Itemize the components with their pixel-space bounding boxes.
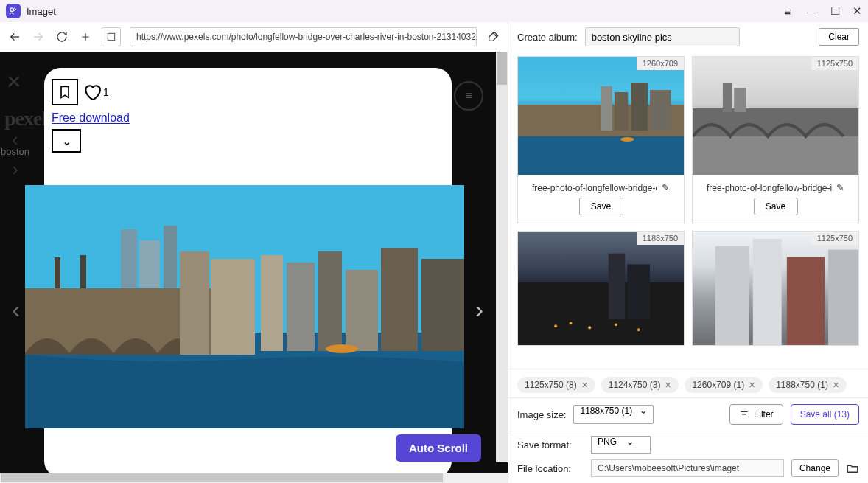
page-menu-icon[interactable]: ≡ bbox=[454, 81, 483, 111]
chip-remove-icon[interactable]: ✕ bbox=[833, 381, 839, 390]
app-logo bbox=[6, 4, 21, 18]
svg-rect-17 bbox=[80, 255, 86, 288]
auto-scroll-button[interactable]: Auto Scroll bbox=[396, 434, 481, 462]
prev-image-icon[interactable]: ‹ bbox=[12, 295, 20, 324]
thumbnail-filename: free-photo-of-longfellow-bridge-ov bbox=[532, 183, 657, 193]
hero-image bbox=[25, 185, 464, 428]
svg-rect-6 bbox=[211, 259, 255, 355]
chip[interactable]: 1188x750 (1)✕ bbox=[769, 377, 847, 393]
like-button[interactable]: 1 bbox=[83, 83, 109, 102]
minimize-button[interactable]: — bbox=[802, 0, 824, 22]
svg-rect-5 bbox=[180, 251, 209, 355]
maximize-button[interactable]: ☐ bbox=[824, 0, 846, 22]
thumbnail-dimensions: 1125x750 bbox=[811, 57, 858, 70]
vertical-scrollbar[interactable] bbox=[496, 52, 508, 462]
svg-rect-14 bbox=[381, 248, 418, 351]
svg-rect-7 bbox=[121, 229, 137, 288]
page-icon[interactable] bbox=[102, 27, 121, 46]
svg-rect-24 bbox=[650, 90, 671, 131]
svg-rect-15 bbox=[421, 259, 464, 351]
chip[interactable]: 1125x750 (8)✕ bbox=[517, 377, 595, 393]
svg-rect-32 bbox=[627, 264, 650, 319]
save-button[interactable]: Save bbox=[579, 198, 623, 215]
image-size-select[interactable]: 1188x750 (1) ⌄ bbox=[573, 405, 654, 424]
album-name-input[interactable] bbox=[585, 27, 740, 46]
svg-point-35 bbox=[588, 326, 591, 329]
thumbnail-filename: free-photo-of-longfellow-bridge-in bbox=[707, 183, 832, 193]
page-viewport[interactable]: pexels ✕ ‹ boston ‹ ≡ › ‹ 1 Free downloa… bbox=[0, 52, 508, 473]
svg-rect-31 bbox=[609, 254, 626, 319]
open-folder-icon[interactable] bbox=[846, 462, 859, 475]
svg-rect-30 bbox=[518, 282, 684, 345]
svg-rect-28 bbox=[723, 83, 732, 112]
svg-rect-8 bbox=[139, 240, 160, 288]
thumbnail-card[interactable]: 1125x750 free-photo-of-longfellow-bridge… bbox=[692, 56, 859, 223]
chip-remove-icon[interactable]: ✕ bbox=[581, 381, 588, 390]
save-format-select[interactable]: PNG ⌄ bbox=[591, 436, 651, 454]
clear-button[interactable]: Clear bbox=[819, 28, 859, 46]
image-size-label: Image size: bbox=[517, 409, 566, 420]
download-dropdown[interactable]: ⌄ bbox=[52, 129, 81, 153]
chevron-down-icon: ⌄ bbox=[640, 406, 647, 416]
back-button[interactable] bbox=[7, 29, 22, 44]
svg-point-33 bbox=[554, 324, 557, 327]
save-format-label: Save format: bbox=[517, 439, 584, 451]
svg-rect-29 bbox=[734, 88, 746, 112]
thumbnail-dimensions: 1188x750 bbox=[637, 232, 684, 245]
svg-rect-16 bbox=[55, 257, 60, 288]
new-tab-button[interactable] bbox=[78, 29, 93, 44]
reload-button[interactable] bbox=[55, 29, 69, 44]
url-input[interactable]: https://www.pexels.com/photo/longfellow-… bbox=[130, 27, 477, 46]
svg-rect-10 bbox=[261, 255, 283, 351]
browser-toolbar: https://www.pexels.com/photo/longfellow-… bbox=[0, 22, 508, 52]
chip-remove-icon[interactable]: ✕ bbox=[749, 381, 755, 390]
save-button[interactable]: Save bbox=[754, 198, 798, 215]
svg-point-25 bbox=[620, 137, 634, 142]
svg-rect-41 bbox=[828, 250, 858, 345]
edit-name-icon[interactable]: ✎ bbox=[662, 182, 670, 193]
svg-rect-22 bbox=[615, 92, 628, 131]
like-count: 1 bbox=[103, 86, 109, 98]
thumbnail-card[interactable]: 1260x709 free-photo-of-longfellow-bridge… bbox=[517, 56, 685, 223]
svg-point-0 bbox=[10, 8, 14, 12]
forward-button[interactable] bbox=[31, 29, 46, 44]
save-all-button[interactable]: Save all (13) bbox=[791, 404, 859, 425]
chip-remove-icon[interactable]: ✕ bbox=[665, 381, 671, 390]
thumbnail-dimensions: 1260x709 bbox=[637, 57, 684, 70]
file-location-input[interactable] bbox=[591, 459, 784, 477]
album-label: Create album: bbox=[517, 32, 578, 43]
app-title: Imaget bbox=[27, 6, 56, 17]
svg-rect-39 bbox=[753, 239, 782, 345]
download-link[interactable]: Free download bbox=[44, 108, 452, 129]
chevron-right-icon[interactable]: ‹ bbox=[12, 158, 18, 181]
close-button[interactable]: ✕ bbox=[846, 0, 868, 22]
horizontal-scrollbar[interactable] bbox=[0, 473, 508, 483]
filter-button[interactable]: Filter bbox=[729, 404, 783, 425]
hamburger-menu-icon[interactable]: ≡ bbox=[777, 0, 799, 22]
thumbnail-card[interactable]: 1125x750 bbox=[692, 231, 859, 346]
svg-rect-27 bbox=[693, 136, 858, 175]
tag-text: boston bbox=[1, 146, 29, 157]
chevron-down-icon: ⌄ bbox=[626, 437, 634, 447]
thumbnail-card[interactable]: 1188x750 bbox=[517, 231, 685, 346]
chip[interactable]: 1260x709 (1)✕ bbox=[685, 377, 763, 393]
paint-tool-icon[interactable] bbox=[486, 29, 500, 44]
titlebar: Imaget ≡ — ☐ ✕ bbox=[0, 0, 868, 22]
svg-point-34 bbox=[570, 322, 573, 324]
close-icon[interactable]: ✕ bbox=[6, 71, 22, 94]
svg-point-36 bbox=[615, 323, 617, 326]
browser-pane: https://www.pexels.com/photo/longfellow-… bbox=[0, 22, 508, 483]
thumbnail-image: 1260x709 bbox=[518, 57, 684, 175]
image-card: 1 Free download ⌄ bbox=[44, 68, 452, 473]
svg-rect-26 bbox=[693, 108, 858, 138]
change-location-button[interactable]: Change bbox=[791, 459, 839, 477]
svg-rect-1 bbox=[108, 33, 114, 40]
svg-rect-40 bbox=[787, 257, 825, 345]
bookmark-button[interactable] bbox=[52, 79, 78, 105]
size-filter-chips: 1125x750 (8)✕ 1124x750 (3)✕ 1260x709 (1)… bbox=[508, 369, 868, 398]
next-image-icon[interactable]: › bbox=[475, 295, 483, 324]
svg-rect-12 bbox=[318, 251, 342, 351]
chip[interactable]: 1124x750 (3)✕ bbox=[601, 377, 679, 393]
edit-name-icon[interactable]: ✎ bbox=[836, 182, 844, 193]
svg-point-37 bbox=[637, 328, 640, 331]
